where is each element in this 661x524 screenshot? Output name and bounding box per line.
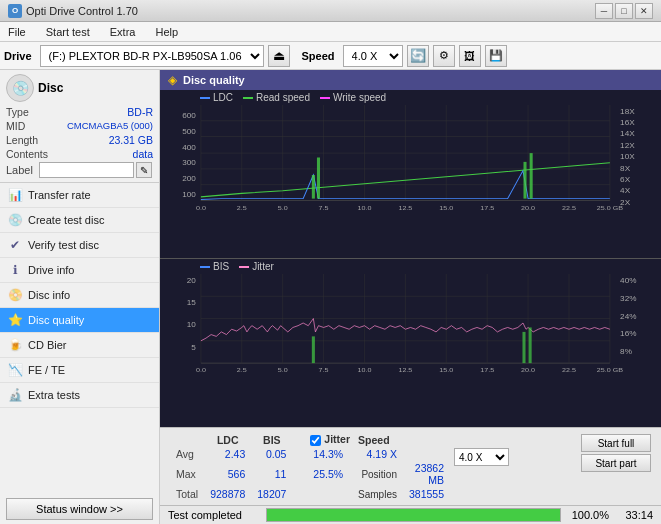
svg-text:4X: 4X bbox=[620, 187, 630, 195]
svg-text:22.5: 22.5 bbox=[562, 204, 576, 210]
menu-start-test[interactable]: Start test bbox=[42, 24, 94, 40]
sidebar-item-label-cd-bier: CD Bier bbox=[28, 339, 67, 351]
svg-text:24%: 24% bbox=[620, 312, 637, 320]
svg-text:8X: 8X bbox=[620, 164, 630, 172]
lower-legend: BIS Jitter bbox=[160, 259, 661, 274]
upper-chart-svg: 600 500 400 300 200 100 18X 16X 14X 12X … bbox=[160, 105, 661, 210]
svg-text:20: 20 bbox=[187, 277, 196, 285]
write-label: Write speed bbox=[333, 92, 386, 103]
svg-text:32%: 32% bbox=[620, 294, 637, 302]
sidebar-item-disc-info[interactable]: 📀 Disc info bbox=[0, 283, 159, 308]
sidebar: 💿 Disc Type BD-R MID CMCMAGBA5 (000) Len… bbox=[0, 70, 160, 524]
sidebar-item-extra-tests[interactable]: 🔬 Extra tests bbox=[0, 383, 159, 408]
start-part-button[interactable]: Start part bbox=[581, 454, 651, 472]
save-button[interactable]: 💾 bbox=[485, 45, 507, 67]
sidebar-item-label-transfer-rate: Transfer rate bbox=[28, 189, 91, 201]
drive-toolbar: Drive (F:) PLEXTOR BD-R PX-LB950SA 1.06 … bbox=[0, 42, 661, 70]
svg-text:10.0: 10.0 bbox=[358, 367, 372, 373]
settings-button[interactable]: ⚙ bbox=[433, 45, 455, 67]
svg-text:14X: 14X bbox=[620, 130, 635, 138]
bis-dot bbox=[200, 266, 210, 268]
close-button[interactable]: ✕ bbox=[635, 3, 653, 19]
sidebar-item-cd-bier[interactable]: 🍺 CD Bier bbox=[0, 333, 159, 358]
refresh-button[interactable]: 🔄 bbox=[407, 45, 429, 67]
svg-text:16X: 16X bbox=[620, 119, 635, 127]
sidebar-item-label-extra-tests: Extra tests bbox=[28, 389, 80, 401]
svg-text:0.0: 0.0 bbox=[196, 367, 206, 373]
svg-text:12.5: 12.5 bbox=[398, 367, 412, 373]
svg-text:22.5: 22.5 bbox=[562, 367, 576, 373]
position-value: 23862 MB bbox=[403, 461, 450, 487]
stats-table: LDC BIS Jitter Speed Avg 2.43 bbox=[170, 432, 515, 501]
jitter-legend: Jitter bbox=[239, 261, 274, 272]
menu-extra[interactable]: Extra bbox=[106, 24, 140, 40]
maximize-button[interactable]: □ bbox=[615, 3, 633, 19]
read-label: Read speed bbox=[256, 92, 310, 103]
svg-text:2.5: 2.5 bbox=[237, 204, 247, 210]
svg-text:5.0: 5.0 bbox=[278, 204, 288, 210]
extra-button[interactable]: 🖼 bbox=[459, 45, 481, 67]
speed-label: Speed bbox=[302, 50, 335, 62]
sidebar-item-disc-quality[interactable]: ⭐ Disc quality bbox=[0, 308, 159, 333]
jitter-col-header: Jitter bbox=[324, 433, 350, 445]
status-window-button[interactable]: Status window >> bbox=[6, 498, 153, 520]
speed-select-stats[interactable]: 4.0 X bbox=[454, 448, 509, 466]
start-full-button[interactable]: Start full bbox=[581, 434, 651, 452]
svg-text:2.5: 2.5 bbox=[237, 367, 247, 373]
progress-bar-fill bbox=[267, 509, 560, 521]
drive-select[interactable]: (F:) PLEXTOR BD-R PX-LB950SA 1.06 bbox=[40, 45, 264, 67]
disc-icon: 💿 bbox=[6, 74, 34, 102]
total-ldc: 928878 bbox=[204, 487, 251, 501]
svg-text:25.0 GB: 25.0 GB bbox=[597, 367, 624, 373]
disc-info-icon: 📀 bbox=[8, 288, 22, 302]
bis-legend: BIS bbox=[200, 261, 229, 272]
menu-file[interactable]: File bbox=[4, 24, 30, 40]
sidebar-item-fe-te[interactable]: 📉 FE / TE bbox=[0, 358, 159, 383]
sidebar-item-transfer-rate[interactable]: 📊 Transfer rate bbox=[0, 183, 159, 208]
charts-container: LDC Read speed Write speed bbox=[160, 90, 661, 427]
menu-help[interactable]: Help bbox=[151, 24, 182, 40]
nav-items: 📊 Transfer rate 💿 Create test disc ✔ Ver… bbox=[0, 183, 159, 494]
svg-text:12X: 12X bbox=[620, 141, 635, 149]
ldc-label: LDC bbox=[213, 92, 233, 103]
cd-bier-icon: 🍺 bbox=[8, 338, 22, 352]
svg-text:40%: 40% bbox=[620, 277, 637, 285]
label-edit-button[interactable]: ✎ bbox=[136, 162, 152, 178]
sidebar-item-label-disc-info: Disc info bbox=[28, 289, 70, 301]
max-ldc: 566 bbox=[204, 461, 251, 487]
minimize-button[interactable]: ─ bbox=[595, 3, 613, 19]
verify-test-disc-icon: ✔ bbox=[8, 238, 22, 252]
jitter-dot bbox=[239, 266, 249, 268]
sidebar-item-label-disc-quality: Disc quality bbox=[28, 314, 84, 326]
speed-header: Speed bbox=[352, 432, 403, 447]
svg-text:15.0: 15.0 bbox=[439, 204, 453, 210]
progress-label: 100.0% bbox=[569, 509, 609, 521]
samples-value: 381555 bbox=[403, 487, 450, 501]
write-speed-legend: Write speed bbox=[320, 92, 386, 103]
extra-tests-icon: 🔬 bbox=[8, 388, 22, 402]
lower-chart-svg: 20 15 10 5 40% 32% 24% 16% 8% bbox=[160, 274, 661, 372]
avg-jitter: 14.3% bbox=[304, 447, 352, 461]
ldc-header: LDC bbox=[204, 432, 251, 447]
progress-bar-wrapper bbox=[266, 508, 561, 522]
speed-select[interactable]: 4.0 X bbox=[343, 45, 403, 67]
chart-header: ◈ Disc quality bbox=[160, 70, 661, 90]
menu-bar: File Start test Extra Help bbox=[0, 22, 661, 42]
main-layout: 💿 Disc Type BD-R MID CMCMAGBA5 (000) Len… bbox=[0, 70, 661, 524]
drive-info-icon: ℹ bbox=[8, 263, 22, 277]
avg-ldc: 2.43 bbox=[204, 447, 251, 461]
sidebar-item-create-test-disc[interactable]: 💿 Create test disc bbox=[0, 208, 159, 233]
jitter-checkbox[interactable] bbox=[310, 435, 321, 446]
svg-text:7.5: 7.5 bbox=[319, 204, 329, 210]
position-label: Position bbox=[352, 461, 403, 487]
sidebar-item-drive-info[interactable]: ℹ Drive info bbox=[0, 258, 159, 283]
samples-label: Samples bbox=[352, 487, 403, 501]
status-window-section: Status window >> bbox=[6, 498, 153, 520]
sidebar-item-verify-test-disc[interactable]: ✔ Verify test disc bbox=[0, 233, 159, 258]
eject-button[interactable]: ⏏ bbox=[268, 45, 290, 67]
upper-chart: LDC Read speed Write speed bbox=[160, 90, 661, 259]
read-dot bbox=[243, 97, 253, 99]
disc-info-panel: 💿 Disc Type BD-R MID CMCMAGBA5 (000) Len… bbox=[0, 70, 159, 183]
svg-text:25.0 GB: 25.0 GB bbox=[597, 204, 624, 210]
label-input[interactable] bbox=[39, 162, 134, 178]
